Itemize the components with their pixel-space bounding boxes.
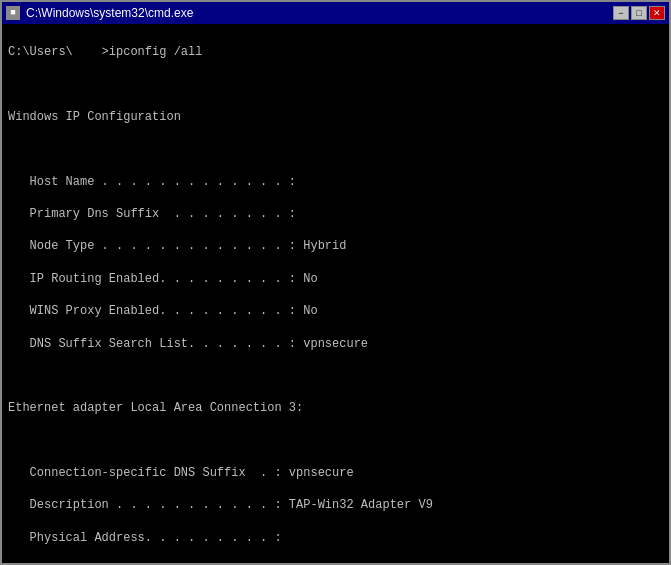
conn3-desc-line: Description . . . . . . . . . . . : TAP-… — [8, 497, 663, 513]
cmd-window: ■ C:\Windows\system32\cmd.exe − □ ✕ C:\U… — [0, 0, 671, 565]
console-output: C:\Users\ >ipconfig /all Windows IP Conf… — [2, 24, 669, 563]
dns-suffix-line: DNS Suffix Search List. . . . . . . : vp… — [8, 336, 663, 352]
blank4 — [8, 433, 663, 449]
wins-proxy-line: WINS Proxy Enabled. . . . . . . . . : No — [8, 303, 663, 319]
primary-dns-line: Primary Dns Suffix . . . . . . . . : — [8, 206, 663, 222]
blank3 — [8, 368, 663, 384]
cmd-icon: ■ — [6, 6, 20, 20]
conn3-dns-line: Connection-specific DNS Suffix . : vpnse… — [8, 465, 663, 481]
node-type-line: Node Type . . . . . . . . . . . . . : Hy… — [8, 238, 663, 254]
host-name-line: Host Name . . . . . . . . . . . . . : — [8, 174, 663, 190]
close-button[interactable]: ✕ — [649, 6, 665, 20]
maximize-button[interactable]: □ — [631, 6, 647, 20]
prompt-line: C:\Users\ >ipconfig /all — [8, 44, 663, 60]
minimize-button[interactable]: − — [613, 6, 629, 20]
ip-routing-line: IP Routing Enabled. . . . . . . . . : No — [8, 271, 663, 287]
windows-ip-line: Windows IP Configuration — [8, 109, 663, 125]
title-bar: ■ C:\Windows\system32\cmd.exe − □ ✕ — [2, 2, 669, 24]
blank2 — [8, 141, 663, 157]
window-title: C:\Windows\system32\cmd.exe — [26, 6, 193, 20]
title-bar-left: ■ C:\Windows\system32\cmd.exe — [6, 6, 193, 20]
conn3-mac-line: Physical Address. . . . . . . . . : — [8, 530, 663, 546]
title-buttons: − □ ✕ — [613, 6, 665, 20]
blank1 — [8, 77, 663, 93]
conn3-dhcp-line: DHCP Enabled. . . . . . . . . . . : Yes — [8, 562, 663, 563]
adapter3-header: Ethernet adapter Local Area Connection 3… — [8, 400, 663, 416]
